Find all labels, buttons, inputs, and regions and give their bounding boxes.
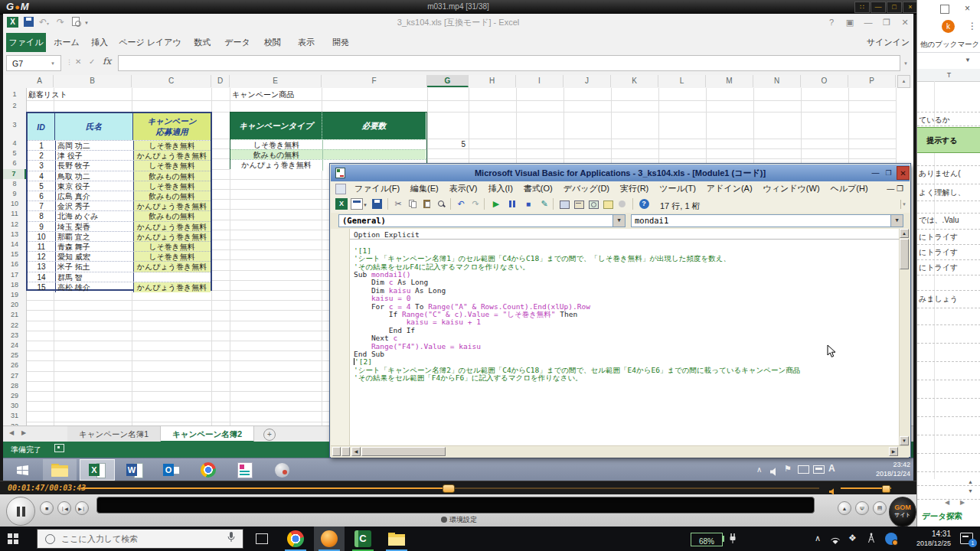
cut-icon[interactable]: ✂	[392, 198, 404, 210]
sheet-tab-1[interactable]: キャンペーン名簿1	[67, 426, 161, 442]
start-button[interactable]	[8, 533, 18, 544]
macro-record-icon[interactable]	[54, 444, 64, 452]
column-header-J[interactable]: J	[564, 75, 611, 87]
find-icon[interactable]	[436, 198, 448, 210]
sign-in-link[interactable]: サインイン	[867, 37, 910, 48]
video-start-button[interactable]	[8, 459, 37, 481]
ribbon-tab-1[interactable]: ホーム	[49, 33, 84, 52]
object-dropdown[interactable]: (General)▼	[338, 214, 626, 227]
ribbon-tab-2[interactable]: 挿入	[84, 33, 115, 52]
column-header-P[interactable]: P	[848, 75, 896, 87]
highlighted-cell[interactable]: 提示する	[917, 127, 980, 153]
row-header-14[interactable]: 14	[3, 240, 27, 249]
project-explorer-icon[interactable]	[558, 198, 570, 210]
vba-restore-button[interactable]: ❐	[883, 168, 894, 178]
column-header-B[interactable]: B	[54, 75, 132, 87]
browser-close-button[interactable]: ×	[965, 3, 970, 14]
excel-minimize-button[interactable]: —	[861, 16, 876, 28]
print-preview-icon[interactable]	[72, 17, 80, 26]
taskbar-chrome-icon[interactable]	[280, 527, 311, 551]
office-assistant-icon[interactable]	[616, 198, 629, 210]
help-icon[interactable]: ?	[638, 198, 650, 210]
row-header-2[interactable]: 2	[3, 100, 27, 112]
vertical-scrollbar-up-icon[interactable]: ▲	[897, 75, 910, 88]
column-header-O[interactable]: O	[801, 75, 848, 87]
code-editor[interactable]: Option Explicit'[1]'シート「キャンペーン名簿1」のセル範囲「…	[331, 229, 899, 445]
video-clock[interactable]: 23:422018/12/24	[868, 461, 910, 478]
object-browser-icon[interactable]	[587, 198, 599, 210]
row-header-1[interactable]: 1	[3, 88, 27, 100]
cancel-icon[interactable]: ✕	[75, 57, 81, 66]
row-header-26[interactable]: 26	[3, 360, 27, 370]
copy-icon[interactable]	[407, 198, 419, 210]
column-header-E[interactable]: E	[230, 75, 322, 87]
paste-icon[interactable]	[421, 198, 433, 210]
row-header-29[interactable]: 29	[3, 391, 27, 401]
gom-settings-button[interactable]: 環境設定	[441, 515, 477, 525]
excel-restore-button[interactable]: ❐	[879, 16, 894, 28]
video-chrome-icon[interactable]	[191, 459, 225, 481]
row-header-8[interactable]: 8	[3, 179, 27, 189]
formula-bar-splitter[interactable]: ⋮	[66, 58, 73, 66]
ribbon-tab-8[interactable]: 開発	[323, 33, 358, 52]
procedure-dropdown[interactable]: mondai1▼	[631, 214, 903, 227]
row-header-18[interactable]: 18	[3, 280, 27, 290]
save-icon[interactable]	[24, 17, 34, 27]
video-file-explorer-icon[interactable]	[43, 459, 77, 481]
sheet-column-header[interactable]: T	[917, 69, 980, 82]
row-header-4[interactable]: 4	[3, 139, 27, 148]
ribbon-tab-6[interactable]: 校閲	[256, 33, 289, 52]
row-header-11[interactable]: 11	[3, 209, 27, 219]
row-header-16[interactable]: 16	[3, 259, 27, 269]
sheet-tab-2[interactable]: キャンペーン名簿2	[161, 426, 254, 442]
ribbon-tab-3[interactable]: ページ レイアウト	[115, 33, 185, 52]
row-header-5[interactable]: 5	[3, 148, 27, 158]
sheet-nav-left-icon[interactable]: ◀	[945, 499, 949, 506]
row-header-20[interactable]: 20	[3, 300, 27, 310]
vba-menu-2[interactable]: 編集(E)	[405, 183, 444, 194]
vba-menu-1[interactable]: ファイル(F)	[349, 183, 405, 194]
ribbon-tab-7[interactable]: 表示	[289, 33, 323, 52]
row-header-10[interactable]: 10	[3, 199, 27, 209]
toolbar-overflow-icon[interactable]: ▼	[900, 200, 907, 209]
sheet-nav-next-icon[interactable]: ▶	[21, 429, 26, 436]
row-header-21[interactable]: 21	[3, 310, 27, 320]
sheet-nav-right-icon[interactable]: ▶	[960, 499, 965, 506]
vba-menu-3[interactable]: 表示(V)	[444, 183, 483, 194]
avatar[interactable]: k	[942, 20, 955, 33]
row-header-9[interactable]: 9	[3, 189, 27, 199]
vba-menu-6[interactable]: デバッグ(D)	[558, 183, 615, 194]
break-icon[interactable]	[506, 198, 518, 210]
tray-ime-indicator[interactable]: A	[828, 463, 835, 474]
column-header-N[interactable]: N	[753, 75, 801, 87]
tray-device-icon[interactable]	[813, 465, 825, 474]
tray-flag-icon[interactable]: ⚑	[784, 464, 792, 474]
formula-bar-expand-icon[interactable]: ▼	[903, 61, 908, 66]
row-header-23[interactable]: 23	[3, 331, 27, 341]
battery-indicator[interactable]: 68%	[691, 533, 723, 546]
volume-handle[interactable]	[882, 485, 890, 493]
row-header-25[interactable]: 25	[3, 350, 27, 360]
vba-redo-icon[interactable]: ↷	[469, 198, 482, 210]
antenna-icon[interactable]	[867, 533, 876, 547]
video-word-icon[interactable]: W	[118, 459, 152, 481]
row-header-12[interactable]: 12	[3, 220, 27, 230]
column-header-D[interactable]: D	[211, 75, 230, 87]
vba-menu-5[interactable]: 書式(O)	[518, 183, 558, 194]
status-dot-icon[interactable]	[885, 533, 897, 545]
row-header-13[interactable]: 13	[3, 230, 27, 240]
column-header-C[interactable]: C	[132, 75, 211, 87]
sheet-scroll-up-icon[interactable]: ▲	[968, 479, 973, 484]
row-header-17[interactable]: 17	[3, 270, 27, 280]
insert-userform-icon[interactable]	[351, 198, 363, 210]
view-excel-icon[interactable]: X	[335, 198, 348, 210]
microphone-icon[interactable]	[227, 532, 235, 546]
taskbar-gom-icon[interactable]	[314, 527, 345, 551]
column-header-K[interactable]: K	[611, 75, 658, 87]
column-header-I[interactable]: I	[516, 75, 564, 87]
row-header-7[interactable]: 7	[3, 169, 26, 179]
column-header-A[interactable]: A	[26, 75, 54, 87]
search-box[interactable]: ここに入力して検索	[37, 529, 243, 549]
name-box-dropdown-icon[interactable]: ▼	[51, 61, 55, 66]
gom-maximize-button[interactable]: □	[887, 2, 902, 13]
